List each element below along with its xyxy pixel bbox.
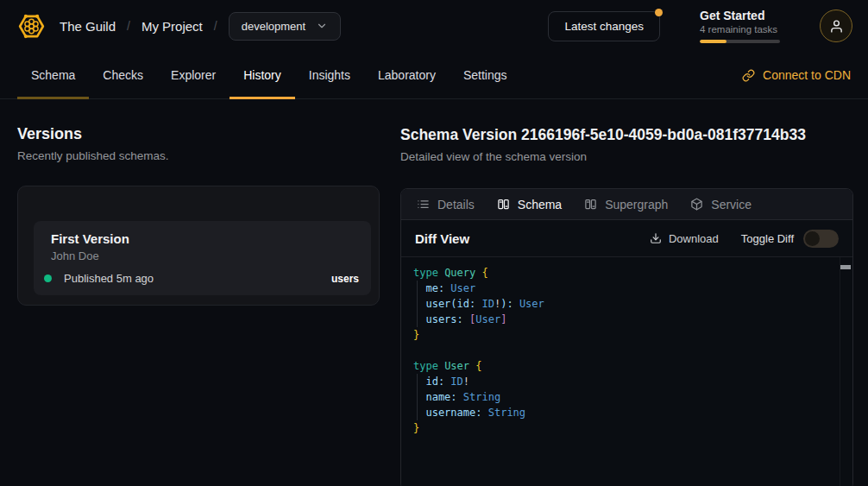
code-line: type User { [413,358,835,374]
code-line: users: [User] [413,312,835,327]
code-line: user(id: ID!): User [413,296,835,312]
code-line: name: String [413,389,835,405]
toggle-diff-switch[interactable] [803,230,839,248]
code-scrollbar-thumb[interactable] [840,265,851,269]
toggle-diff-group: Toggle Diff [741,230,839,248]
nav-tab-explorer[interactable]: Explorer [157,52,230,98]
get-started-title: Get Started [700,9,780,22]
nav-tab-label: History [243,68,281,82]
tab-details[interactable]: Details [417,198,475,211]
top-header: The Guild / My Project / development Lat… [0,0,868,52]
code-line [413,343,835,358]
get-started-widget[interactable]: Get Started 4 remaining tasks [700,9,780,43]
notification-dot-icon [655,9,663,16]
nav-tab-settings[interactable]: Settings [450,52,521,98]
version-status: Published 5m ago [64,272,154,285]
diff-toolbar-actions: Download Toggle Diff [650,230,839,248]
person-icon [829,19,844,34]
breadcrumb-separator: / [214,19,217,33]
diff-toolbar: Diff View Download Toggle Diff [401,220,852,257]
link-icon [742,69,755,82]
get-started-progress-fill [700,40,726,43]
main-nav: Schema Checks Explorer History Insights … [0,52,868,99]
get-started-subtitle: 4 remaining tasks [700,24,780,35]
code-line: id: ID! [413,374,835,389]
tab-service[interactable]: Service [690,198,752,211]
versions-subtitle: Recently published schemas. [17,149,169,162]
version-list-item[interactable]: First Version John Doe Published 5m ago … [34,221,371,295]
chevron-down-icon [316,20,328,32]
code-line: username: String [413,405,835,420]
connect-to-cdn-label: Connect to CDN [763,68,851,82]
code-scrollbar-track [840,257,840,486]
breadcrumb-separator: / [127,19,130,33]
target-dropdown[interactable]: development [229,12,341,41]
service-badge: users [331,273,359,285]
nav-tab-insights[interactable]: Insights [295,52,364,98]
nav-tab-laboratory[interactable]: Laboratory [364,52,450,98]
schema-version-title: Schema Version 2166196f-5e10-4059-bd0a-0… [400,126,806,144]
columns-icon [497,198,510,211]
tab-schema[interactable]: Schema [497,198,562,211]
download-icon [650,232,662,244]
tab-label: Service [711,198,752,211]
version-author: John Doe [51,249,359,262]
tab-label: Supergraph [605,198,668,211]
nav-tab-label: Schema [31,68,75,82]
nav-tab-label: Checks [103,68,143,82]
hive-logo-icon [16,10,47,42]
toggle-diff-label: Toggle Diff [741,232,794,245]
version-detail-panel: Details Schema Supergraph Service Diff V [400,188,853,486]
target-dropdown-value: development [242,20,305,33]
breadcrumb-project[interactable]: My Project [142,19,203,34]
columns-icon [584,198,597,211]
latest-changes-button[interactable]: Latest changes [548,11,660,41]
tab-label: Details [437,198,475,211]
nav-tab-checks[interactable]: Checks [89,52,157,98]
get-started-progress-bar [700,40,780,43]
code-line: type Query { [413,265,835,281]
tab-supergraph[interactable]: Supergraph [584,198,668,211]
code-line: } [413,327,835,343]
header-right-group: Latest changes Get Started 4 remaining t… [548,9,852,43]
diff-view-title: Diff View [415,231,469,246]
download-label: Download [669,232,719,245]
versions-title: Versions [17,125,82,143]
version-name: First Version [51,231,359,246]
tab-label: Schema [518,198,562,211]
schema-code[interactable]: type Query { me: User user(id: ID!): Use… [401,257,852,486]
nav-tab-schema[interactable]: Schema [17,52,89,98]
list-icon [417,198,430,211]
user-avatar[interactable] [820,9,852,42]
version-status-row: Published 5m ago users [51,272,359,285]
nav-tab-label: Laboratory [378,68,436,82]
connect-to-cdn-button[interactable]: Connect to CDN [742,52,851,98]
nav-tab-label: Explorer [171,68,216,82]
nav-tab-history[interactable]: History [230,52,295,98]
nav-tab-label: Settings [463,68,507,82]
versions-list-card: First Version John Doe Published 5m ago … [17,186,380,306]
cube-icon [690,198,703,211]
published-dot-icon [44,275,52,282]
download-button[interactable]: Download [650,232,719,245]
schema-version-subtitle: Detailed view of the schema version [400,150,587,163]
code-line: me: User [413,281,835,296]
toggle-knob [805,231,820,246]
breadcrumb-org[interactable]: The Guild [60,19,116,34]
nav-tab-label: Insights [309,68,350,82]
latest-changes-label: Latest changes [564,20,644,33]
version-detail-tabs: Details Schema Supergraph Service [401,189,852,220]
code-line: } [413,420,835,436]
